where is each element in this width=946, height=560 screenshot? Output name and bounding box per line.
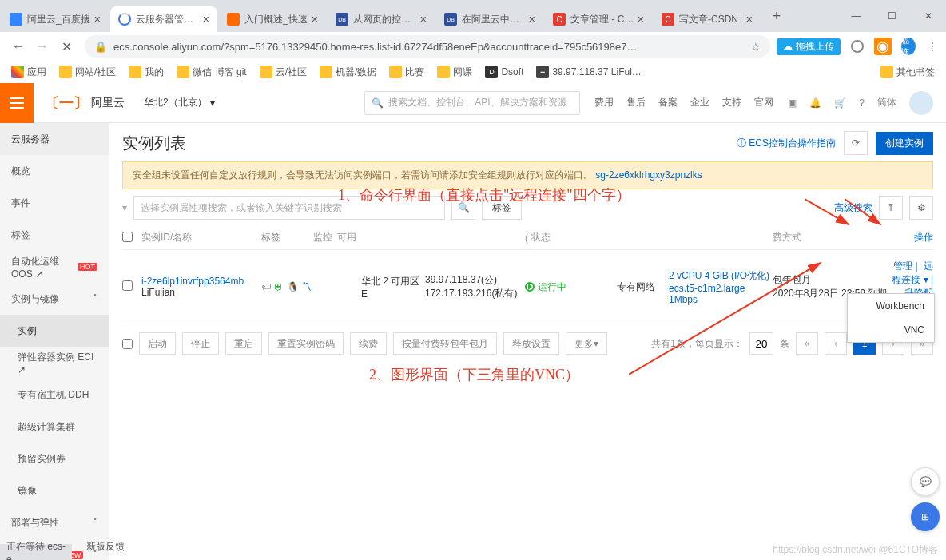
console-search[interactable]: 🔍搜索文档、控制台、API、解决方案和资源 (364, 91, 580, 115)
filter-input[interactable]: 选择实例属性项搜索，或者输入关键字识别搜索 (133, 196, 445, 220)
avatar[interactable] (909, 91, 933, 115)
new-tab-button[interactable]: + (765, 5, 788, 27)
sidebar-item-instances[interactable]: 实例 (0, 315, 109, 347)
bookmark-dsoft[interactable]: DDsoft (480, 61, 528, 83)
nav-cost[interactable]: 费用 (594, 96, 614, 109)
help-icon[interactable]: ? (859, 97, 865, 109)
bookmark-apps[interactable]: 应用 (6, 61, 51, 83)
page-prev[interactable]: ‹ (825, 332, 847, 355)
tab-1[interactable]: 云服务器管理控× (110, 6, 217, 32)
star-icon[interactable]: ☆ (751, 41, 761, 53)
shell-icon[interactable]: ▣ (788, 97, 797, 109)
batch-renew[interactable]: 续费 (350, 332, 387, 355)
nav-support[interactable]: 售后 (626, 96, 646, 109)
extension-orange-icon[interactable]: ◉ (874, 38, 892, 55)
lang-selector[interactable]: 简体 (877, 96, 896, 109)
feedback-link[interactable]: 新版反馈 (80, 534, 109, 560)
bookmark-folder[interactable]: 机器/数据 (315, 61, 381, 83)
search-button[interactable]: 🔍 (451, 196, 475, 220)
batch-restart[interactable]: 重启 (225, 332, 262, 355)
cart-icon[interactable]: 🛒 (834, 97, 846, 109)
bookmark-folder[interactable]: 网站/社区 (54, 61, 121, 83)
batch-checkbox[interactable] (122, 339, 133, 349)
chart-icon[interactable]: 〽 (302, 281, 312, 292)
batch-convert[interactable]: 按量付费转包年包月 (393, 332, 497, 355)
upload-extension[interactable]: ☁拖拽上传 (777, 38, 841, 55)
batch-start[interactable]: 启动 (139, 332, 176, 355)
batch-stop[interactable]: 停止 (182, 332, 219, 355)
security-group-link[interactable]: sg-2ze6xklrhgxy3zpnzlks (595, 169, 702, 181)
back-button[interactable]: ← (6, 34, 30, 58)
tab-2[interactable]: 入门概述_快速× (219, 6, 326, 32)
close-window-button[interactable]: ✕ (910, 0, 946, 32)
sidebar-item-reserved[interactable]: 预留实例券 (0, 443, 109, 475)
aliyun-logo[interactable]: 〔一〕阿里云 (34, 93, 136, 113)
bookmark-folder[interactable]: 我的 (124, 61, 169, 83)
stop-button[interactable]: ✕ (54, 34, 78, 58)
dropdown-workbench[interactable]: Workbench (848, 294, 934, 318)
minimize-button[interactable]: — (838, 0, 874, 32)
help-float-button[interactable]: ⊞ (911, 502, 940, 531)
shield-icon[interactable]: ⛨ (274, 281, 284, 292)
feedback-float-button[interactable]: 💬 (911, 467, 940, 496)
close-icon[interactable]: × (634, 13, 644, 26)
export-button[interactable]: ⤒ (879, 196, 903, 220)
nav-help[interactable]: 支持 (722, 96, 741, 109)
tab-6[interactable]: C写文章-CSDN× (654, 6, 761, 32)
sidebar-item-ddh[interactable]: 专有宿主机 DDH (0, 379, 109, 411)
extension-icon[interactable] (850, 39, 865, 54)
tab-0[interactable]: 阿里云_百度搜× (2, 6, 109, 32)
manage-link[interactable]: 管理 (893, 260, 912, 272)
address-bar[interactable]: 🔒 ecs.console.aliyun.com/?spm=5176.13329… (85, 35, 770, 58)
close-icon[interactable]: × (200, 13, 209, 26)
menu-button[interactable]: ⋮ (925, 39, 940, 54)
nav-site[interactable]: 官网 (754, 96, 773, 109)
instance-id-link[interactable]: i-2ze6lp1invrfpp3564mb (141, 276, 244, 287)
profile-button[interactable]: 福连 (901, 39, 916, 54)
batch-release[interactable]: 释放设置 (503, 332, 559, 355)
sidebar-item-images[interactable]: 镜像 (0, 475, 109, 506)
page-first[interactable]: « (796, 332, 818, 355)
bell-icon[interactable]: 🔔 (809, 97, 821, 109)
tag-filter-button[interactable]: 标签 (482, 196, 522, 220)
close-icon[interactable]: × (308, 13, 318, 26)
tag-icon[interactable]: 🏷 (261, 281, 271, 292)
bookmark-folder[interactable]: 比赛 (384, 61, 429, 83)
forward-button[interactable]: → (30, 34, 54, 58)
sidebar-item-hpc[interactable]: 超级计算集群 (0, 411, 109, 443)
batch-more[interactable]: 更多▾ (566, 332, 607, 355)
sidebar-item-oos[interactable]: 自动化运维 OOS ↗HOT (0, 251, 109, 283)
sidebar-item-eci[interactable]: 弹性容器实例 ECI ↗ (0, 347, 109, 379)
close-icon[interactable]: × (417, 13, 427, 26)
batch-resetpw[interactable]: 重置实例密码 (268, 332, 344, 355)
row-checkbox[interactable] (122, 280, 133, 291)
nav-beian[interactable]: 备案 (658, 96, 678, 109)
region-selector[interactable]: 华北2（北京）▾ (144, 96, 215, 109)
help-link[interactable]: ⓘ ECS控制台操作指南 (737, 137, 836, 150)
sidebar-item-events[interactable]: 事件 (0, 187, 109, 219)
hamburger-menu[interactable] (0, 83, 34, 123)
select-all-checkbox[interactable] (122, 232, 133, 242)
chevron-down-icon[interactable]: ▾ (924, 274, 928, 285)
bookmark-folder[interactable]: 网课 (432, 61, 477, 83)
advanced-search-link[interactable]: 高级搜索 (834, 201, 872, 215)
chevron-down-icon[interactable]: ▾ (122, 202, 127, 213)
bookmark-other[interactable]: 其他书签 (876, 61, 940, 83)
close-icon[interactable]: × (526, 13, 535, 26)
refresh-button[interactable]: ⟳ (844, 131, 868, 155)
bookmark-folder[interactable]: 云/社区 (255, 61, 312, 83)
tab-3[interactable]: DB从网页的控制台× (328, 6, 435, 32)
spec-link[interactable]: ecs.t5-c1m2.large (669, 283, 745, 294)
sidebar-item-overview[interactable]: 概览 (0, 155, 109, 187)
nav-enterprise[interactable]: 企业 (690, 96, 710, 109)
page-size-input[interactable] (749, 332, 773, 355)
sidebar-item-tags[interactable]: 标签 (0, 219, 109, 251)
bookmark-folder[interactable]: 微信 博客 git (172, 61, 251, 83)
bookmark-server[interactable]: ▪▪39.97.118.37 LiFul… (531, 61, 646, 83)
tab-4[interactable]: DB在阿里云中搭建× (436, 6, 543, 32)
maximize-button[interactable]: ☐ (874, 0, 910, 32)
close-icon[interactable]: × (91, 13, 101, 26)
tab-5[interactable]: C文章管理 - CSD× (545, 6, 652, 32)
sidebar-item-instance-image[interactable]: 实例与镜像˄ (0, 283, 109, 315)
dropdown-vnc[interactable]: VNC (848, 318, 934, 342)
